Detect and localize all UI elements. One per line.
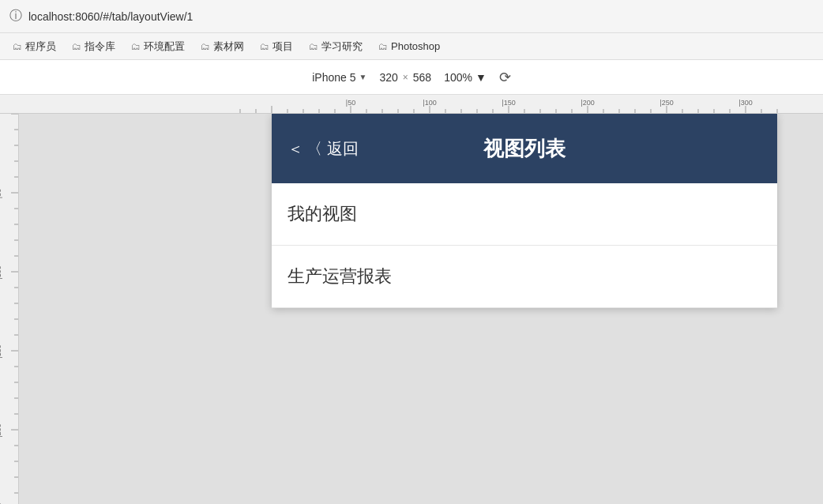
height-value: 568 [413, 71, 431, 84]
cross-symbol: × [403, 72, 408, 83]
zoom-label: 100% [444, 71, 472, 84]
bookmark-label: 程序员 [25, 39, 56, 54]
ruler-left: |50|100|150|200|250|300 [0, 114, 19, 504]
back-label: 〈 返回 [306, 138, 359, 160]
back-chevron-icon: ＜ [287, 138, 303, 160]
zoom-selector[interactable]: 100% ▼ [444, 71, 487, 84]
folder-icon: 🗂 [72, 41, 81, 52]
folder-icon: 🗂 [131, 41, 141, 52]
device-chevron-icon: ▼ [359, 73, 366, 81]
dimensions-display: 320 × 568 [379, 71, 431, 84]
folder-icon: 🗂 [309, 41, 318, 52]
toolbar: iPhone 5 ▼ 320 × 568 100% ▼ ⟳ [0, 60, 823, 95]
bookmark-item[interactable]: 🗂素材网 [194, 38, 250, 55]
canvas-area: ＜ 〈 返回 视图列表 我的视图生产运营报表 [19, 114, 823, 504]
ruler-left-svg: |50|100|150|200|250|300 [0, 114, 19, 504]
rotate-icon[interactable]: ⟳ [499, 69, 511, 86]
device-label: iPhone 5 [312, 71, 355, 84]
main-area: |50|100|150|200|250|300 |50|100|150|200|… [0, 95, 823, 504]
bookmark-label: 指令库 [85, 39, 115, 54]
nav-bar: ＜ 〈 返回 视图列表 [272, 114, 777, 183]
svg-text:|300: |300 [738, 99, 752, 107]
svg-text:|200: |200 [0, 423, 2, 437]
svg-text:|100: |100 [423, 99, 436, 107]
folder-icon: 🗂 [201, 41, 210, 52]
list-container: 我的视图生产运营报表 [272, 183, 777, 308]
bookmark-label: 素材网 [213, 39, 244, 54]
bookmark-item[interactable]: 🗂学习研究 [303, 38, 369, 55]
svg-text:|50: |50 [0, 189, 2, 198]
nav-back-button[interactable]: ＜ 〈 返回 [287, 138, 359, 160]
bookmark-label: Photoshop [391, 40, 440, 52]
info-icon: ⓘ [9, 8, 22, 24]
bookmark-item[interactable]: 🗂项目 [254, 38, 299, 55]
bookmark-item[interactable]: 🗂环境配置 [125, 38, 191, 55]
bookmark-item[interactable]: 🗂程序员 [6, 38, 62, 55]
svg-text:|250: |250 [660, 99, 673, 107]
bookmarks-bar: 🗂程序员🗂指令库🗂环境配置🗂素材网🗂项目🗂学习研究🗂Photoshop [0, 33, 823, 60]
zoom-chevron-icon: ▼ [475, 71, 487, 84]
device-selector[interactable]: iPhone 5 ▼ [312, 71, 366, 84]
svg-text:|150: |150 [502, 99, 515, 107]
svg-text:|50: |50 [346, 99, 355, 107]
bookmark-item[interactable]: 🗂指令库 [66, 38, 122, 55]
list-item[interactable]: 生产运营报表 [272, 246, 777, 308]
ruler-top: |50|100|150|200|250|300 [0, 95, 823, 114]
nav-title: 视图列表 [483, 135, 566, 163]
width-value: 320 [379, 71, 397, 84]
folder-icon: 🗂 [378, 41, 388, 52]
svg-text:|100: |100 [0, 265, 2, 279]
address-bar: ⓘ localhost:8060/#/tab/layoutView/1 [0, 0, 823, 33]
bookmark-label: 学习研究 [321, 39, 363, 54]
bookmark-label: 环境配置 [144, 39, 185, 54]
folder-icon: 🗂 [260, 41, 269, 52]
svg-text:|200: |200 [581, 99, 594, 107]
folder-icon: 🗂 [13, 41, 22, 52]
url-display[interactable]: localhost:8060/#/tab/layoutView/1 [28, 10, 193, 23]
list-item[interactable]: 我的视图 [272, 183, 777, 246]
svg-text:|150: |150 [0, 344, 2, 358]
bookmark-item[interactable]: 🗂Photoshop [372, 39, 446, 54]
bookmark-label: 项目 [272, 39, 293, 54]
ruler-top-svg: |50|100|150|200|250|300 [0, 95, 823, 114]
phone-frame: ＜ 〈 返回 视图列表 我的视图生产运营报表 [272, 114, 777, 308]
